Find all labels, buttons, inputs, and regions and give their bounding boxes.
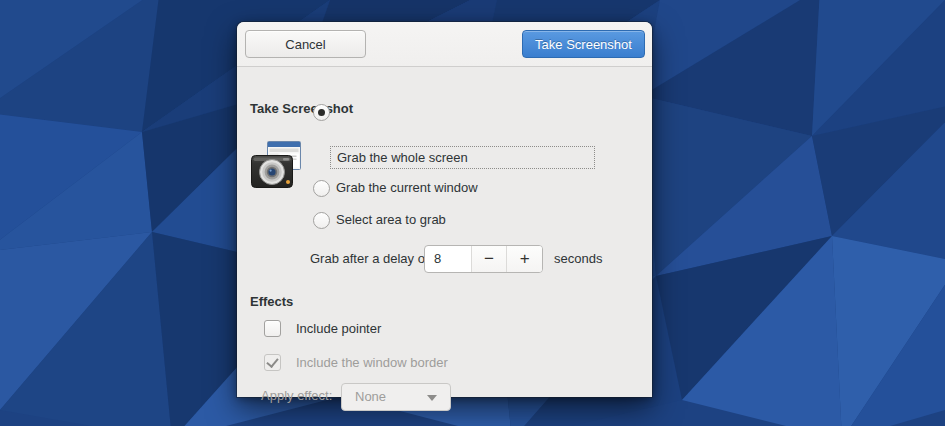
dialog-header-bar: Cancel Take Screenshot	[237, 22, 652, 67]
dropdown-arrow-icon	[427, 395, 437, 401]
include-pointer-checkbox[interactable]	[264, 320, 281, 337]
effects-section-title: Effects	[250, 294, 293, 310]
radio-select-area[interactable]	[313, 212, 330, 229]
radio-grab-current-window[interactable]	[313, 180, 330, 197]
delay-increment-button[interactable]: +	[506, 246, 542, 272]
include-window-border-label: Include the window border	[296, 355, 448, 371]
desktop: Cancel Take Screenshot Take Screenshot G…	[0, 0, 945, 426]
apply-effect-dropdown: None	[341, 383, 451, 411]
cancel-button[interactable]: Cancel	[245, 30, 366, 58]
take-screenshot-section-title: Take Screenshot	[250, 101, 353, 117]
include-pointer-label[interactable]: Include pointer	[296, 321, 381, 337]
radio-grab-whole-screen-label[interactable]: Grab the whole screen	[330, 146, 595, 169]
delay-prefix-label: Grab after a delay of	[310, 251, 429, 267]
take-screenshot-button[interactable]: Take Screenshot	[522, 30, 645, 58]
delay-spinbutton: 8 − +	[424, 245, 543, 273]
include-window-border-checkbox	[264, 354, 281, 371]
apply-effect-value: None	[355, 389, 386, 405]
delay-value-input[interactable]: 8	[425, 246, 471, 272]
screenshot-app-icon	[251, 139, 303, 195]
delay-suffix-label: seconds	[554, 251, 602, 267]
apply-effect-label: Apply effect:	[261, 388, 332, 404]
delay-decrement-button[interactable]: −	[471, 246, 507, 272]
screenshot-dialog: Cancel Take Screenshot Take Screenshot G…	[237, 22, 652, 397]
dialog-content: Take Screenshot Grab the whole screen	[237, 67, 652, 397]
radio-grab-current-window-label[interactable]: Grab the current window	[336, 180, 478, 196]
radio-grab-whole-screen[interactable]	[313, 104, 330, 121]
radio-select-area-label[interactable]: Select area to grab	[336, 212, 446, 228]
